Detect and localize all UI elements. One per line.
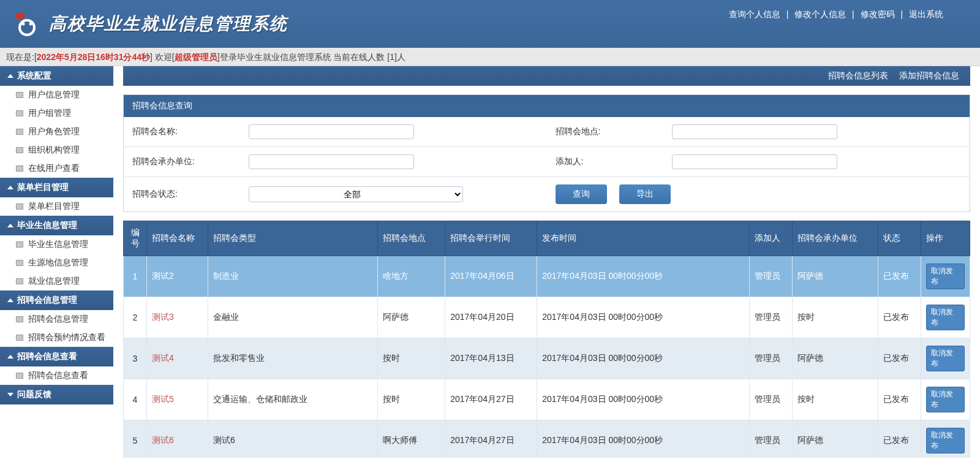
triangle-up-icon [7,74,13,78]
svg-rect-2 [15,12,25,20]
input-adder[interactable] [672,154,837,169]
tab-list[interactable]: 招聘会信息列表 [828,70,888,82]
table-cell: 管理员 [750,420,793,458]
row-name-link[interactable]: 测试3 [152,312,174,322]
table-cell: 制造业 [208,256,378,297]
sidebar-item[interactable]: 菜单栏目管理 [0,197,113,216]
sidebar-item-label: 组织机构管理 [28,145,80,156]
table-cell: 批发和零售业 [208,338,378,379]
row-name-link[interactable]: 测试6 [152,435,174,445]
panel-title: 招聘会信息查询 [124,95,970,117]
table-row[interactable]: 1测试2制造业啥地方2017年04月06日2017年04月03日 00时00分0… [124,256,970,297]
sidebar-group-head[interactable]: 菜单栏目管理 [0,178,113,197]
triangle-up-icon [7,355,13,358]
module-icon [16,129,23,135]
query-button[interactable]: 查询 [556,184,607,204]
sidebar-item[interactable]: 用户组管理 [0,104,113,123]
select-status[interactable]: 全部 [249,186,463,202]
table-row[interactable]: 4测试5交通运输、仓储和邮政业按时2017年04月27日2017年04月03日 … [124,379,970,420]
table-cell: 3 [124,338,147,379]
sidebar-group-head[interactable]: 招聘会信息管理 [0,290,113,310]
row-name-link[interactable]: 测试2 [152,271,174,281]
table-col-header: 编号 [124,221,147,256]
sidebar-item[interactable]: 在线用户查看 [0,159,113,178]
header-left: 高校毕业生就业信息管理系统 [12,9,288,39]
sidebar-item-label: 招聘会预约情况查看 [28,332,105,343]
export-button[interactable]: 导出 [619,184,671,204]
cancel-publish-button[interactable]: 取消发布 [926,346,965,371]
sidebar-item-label: 招聘会信息管理 [28,314,88,325]
sidebar-item[interactable]: 生源地信息管理 [0,254,113,272]
table-row[interactable]: 2测试3金融业阿萨德2017年04月20日2017年04月03日 00时00分0… [124,297,970,338]
table-cell: 2017年04月03日 00时00分00秒 [537,420,750,458]
table-cell: 测试6 [208,420,378,458]
cancel-publish-button[interactable]: 取消发布 [926,305,965,330]
table-col-header: 招聘会类型 [208,221,378,256]
label-status: 招聘会状态: [132,189,243,200]
sidebar-group-label: 系统配置 [17,70,51,82]
sidebar-item[interactable]: 招聘会预约情况查看 [0,328,113,347]
table-cell-op: 取消发布 [921,338,970,379]
label-adder: 添加人: [556,156,666,167]
table-cell: 测试4 [147,338,208,379]
sidebar-item[interactable]: 毕业生信息管理 [0,235,113,254]
table-row[interactable]: 5测试6测试6啊大师傅2017年04月27日2017年04月03日 00时00分… [124,420,970,458]
link-change-password[interactable]: 修改密码 [861,9,895,19]
sidebar-item[interactable]: 招聘会信息管理 [0,310,113,328]
sidebar-item[interactable]: 就业信息管理 [0,272,113,290]
table-cell: 阿萨德 [793,338,878,379]
sidebar-group-label: 毕业生信息管理 [17,220,77,231]
link-profile-edit[interactable]: 修改个人信息 [794,9,846,19]
link-logout[interactable]: 退出系统 [909,9,943,19]
sidebar-item[interactable]: 用户角色管理 [0,123,113,141]
page-tabs: 招聘会信息列表 添加招聘会信息 [123,66,970,86]
table-cell: 已发布 [878,256,921,297]
table-row[interactable]: 3测试4批发和零售业按时2017年04月13日2017年04月03日 00时00… [124,338,970,379]
label-name: 招聘会名称: [132,126,243,137]
sidebar-group-label: 招聘会信息管理 [17,295,77,306]
sidebar-item[interactable]: 招聘会信息查看 [0,366,113,385]
cancel-publish-button[interactable]: 取消发布 [926,428,965,453]
sidebar-item[interactable]: 组织机构管理 [0,141,113,159]
table-col-header: 招聘会承办单位 [793,221,878,256]
table-cell: 按时 [378,379,445,420]
row-name-link[interactable]: 测试5 [152,394,174,404]
table-cell: 阿萨德 [793,256,878,297]
result-table-wrap: 编号招聘会名称招聘会类型招聘会地点招聘会举行时间发布时间添加人招聘会承办单位状态… [123,221,970,458]
module-icon [16,335,23,341]
module-icon [16,165,23,172]
table-col-header: 添加人 [750,221,793,256]
table-cell: 2017年04月03日 00时00分00秒 [537,379,750,420]
input-host[interactable] [249,154,414,169]
triangle-up-icon [7,298,13,302]
input-name[interactable] [249,124,414,139]
cancel-publish-button[interactable]: 取消发布 [926,264,965,289]
link-profile-view[interactable]: 查询个人信息 [729,9,780,19]
input-location[interactable] [672,124,837,139]
current-role: 超级管理员 [175,52,217,62]
table-cell: 阿萨德 [793,420,878,458]
sidebar-item-label: 菜单栏目管理 [28,201,80,212]
table-cell: 按时 [793,297,878,338]
table-cell: 2 [124,297,147,338]
sidebar-group-head[interactable]: 问题反馈 [0,385,113,404]
sidebar-item[interactable]: 用户信息管理 [0,86,113,104]
row-name-link[interactable]: 测试4 [152,353,174,363]
table-cell: 测试2 [147,256,208,297]
table-cell: 1 [124,256,147,297]
module-icon [16,316,23,322]
sidebar-item-label: 生源地信息管理 [28,257,88,268]
table-cell-op: 取消发布 [921,297,970,338]
module-icon [16,278,23,284]
module-icon [16,92,23,98]
table-cell: 2017年04月20日 [445,297,537,338]
label-location: 招聘会地点: [556,126,666,137]
sidebar-group-head[interactable]: 系统配置 [0,66,113,86]
tab-add[interactable]: 添加招聘会信息 [899,70,959,82]
sidebar-group-head[interactable]: 毕业生信息管理 [0,216,113,235]
cancel-publish-button[interactable]: 取消发布 [926,387,965,412]
module-icon [16,110,23,116]
svg-point-4 [29,23,32,26]
sidebar-group-head[interactable]: 招聘会信息查看 [0,347,113,366]
table-cell: 啊大师傅 [378,420,445,458]
